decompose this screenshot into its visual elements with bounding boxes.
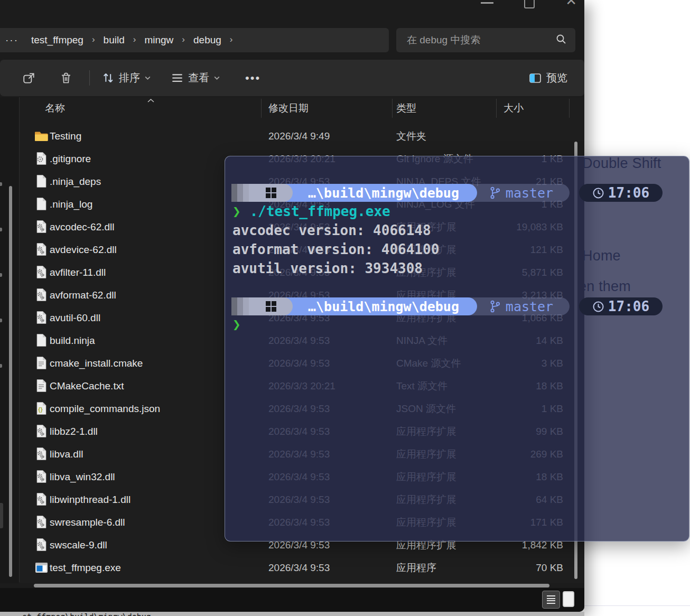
file-name: CMakeCache.txt: [50, 375, 124, 397]
breadcrumb-item-debug[interactable]: debug: [186, 34, 229, 46]
trash-icon: [60, 71, 72, 85]
navigation-pane-item-edge: [0, 503, 3, 528]
terminal-command: ./test_ffmpeg.exe: [250, 203, 390, 219]
view-button[interactable]: 查看: [171, 60, 220, 96]
dll-icon: [34, 242, 49, 257]
file-name: avfilter-11.dll: [50, 261, 106, 284]
file-name: libwinpthread-1.dll: [50, 488, 130, 511]
prompt-gradient-bars: [231, 184, 249, 202]
git-branch-icon: [490, 186, 500, 199]
file-name: libbz2-1.dll: [50, 420, 98, 443]
details-view-icon: [547, 594, 555, 605]
close-button[interactable]: ✕: [565, 0, 577, 7]
sort-label: 排序: [119, 71, 140, 85]
column-divider: [261, 99, 262, 118]
address-bar: ··· test_ffmpeg›build›mingw›debug› 在 deb…: [0, 25, 584, 56]
breadcrumb-ellipsis-button[interactable]: ···: [0, 34, 24, 46]
file-date: 2026/3/4 9:53: [268, 556, 330, 579]
column-header-type[interactable]: 类型: [396, 101, 416, 115]
windows-logo-segment: [249, 184, 293, 202]
column-divider: [569, 99, 570, 118]
search-box[interactable]: 在 debug 中搜索: [396, 28, 575, 52]
file-name: avdevice-62.dll: [50, 238, 117, 261]
chevron-down-icon: [213, 74, 220, 81]
windows-logo-segment: [249, 297, 293, 315]
share-button[interactable]: [22, 60, 36, 96]
file-name: avformat-62.dll: [50, 284, 116, 306]
breadcrumb-item-test_ffmpeg[interactable]: test_ffmpeg: [24, 34, 91, 46]
maximize-button[interactable]: [524, 0, 535, 8]
terminal-output-line: avutil version: 3934308: [232, 260, 423, 276]
breadcrumb-separator-icon[interactable]: ›: [229, 34, 234, 45]
breadcrumb-separator-icon[interactable]: ›: [132, 34, 137, 45]
file-name: libva_win32.dll: [50, 465, 115, 488]
dll-icon: [34, 288, 49, 302]
navigation-scrollbar[interactable]: [9, 186, 12, 577]
background-window-strip: st_ffmpeg\build\mingw\debug: [0, 612, 584, 616]
text-file-icon: [34, 379, 49, 393]
file-name: avutil-60.dll: [50, 306, 100, 329]
table-row[interactable]: test_ffmpeg.exe 2026/3/4 9:53 应用程序 70 KB: [0, 556, 584, 579]
more-options-button[interactable]: •••: [245, 60, 260, 96]
large-icons-view-toggle[interactable]: [563, 591, 574, 607]
table-row[interactable]: Testing 2026/3/4 9:49 文件夹: [0, 125, 584, 147]
prompt-clock-segment: 17:06: [579, 184, 663, 202]
git-branch-icon: [490, 300, 500, 313]
breadcrumb-item-build[interactable]: build: [96, 34, 132, 46]
gitignore-icon: [34, 152, 49, 166]
view-label: 查看: [188, 71, 209, 85]
file-icon: [34, 174, 49, 189]
file-name: compile_commands.json: [50, 397, 160, 420]
preview-toggle-button[interactable]: 预览: [528, 60, 567, 96]
dll-icon: [34, 424, 49, 438]
screen: Double Shift Home en them ✕ ··· test_ffm…: [0, 0, 690, 616]
clock-time: 17:06: [608, 298, 649, 314]
command-toolbar: 排序 查看 ••• 预览: [0, 60, 584, 96]
prompt-clock-segment: 17:06: [579, 297, 663, 315]
file-name: test_ffmpeg.exe: [50, 556, 121, 579]
breadcrumb-separator-icon[interactable]: ›: [91, 34, 96, 45]
dll-icon: [34, 447, 49, 461]
column-header-size[interactable]: 大小: [503, 101, 524, 115]
search-placeholder: 在 debug 中搜索: [396, 33, 555, 47]
delete-button[interactable]: [60, 60, 72, 96]
dll-icon: [34, 265, 49, 279]
column-header-date[interactable]: 修改日期: [268, 101, 309, 115]
file-name: Testing: [50, 125, 81, 147]
file-icon: [34, 333, 49, 348]
dll-icon: [34, 538, 49, 552]
breadcrumb[interactable]: ··· test_ffmpeg›build›mingw›debug›: [0, 28, 389, 52]
sort-button[interactable]: 排序: [101, 60, 151, 96]
chevron-down-icon: [144, 74, 151, 81]
details-view-toggle[interactable]: [542, 591, 560, 609]
file-name: .ninja_log: [50, 193, 92, 216]
terminal-window[interactable]: …\build\mingw\debug master 17:06 ❯./test…: [225, 156, 689, 542]
preview-label: 预览: [546, 71, 567, 85]
file-name: avcodec-62.dll: [50, 216, 115, 238]
file-type: 文件夹: [396, 125, 426, 147]
dll-icon: [34, 470, 49, 484]
dll-icon: [34, 311, 49, 325]
windows-logo-icon: [266, 301, 276, 312]
windows-logo-icon: [266, 188, 276, 198]
file-size: 70 KB: [491, 556, 563, 579]
clock-time: 17:06: [608, 185, 649, 201]
prompt-chevron: ❯: [232, 316, 241, 332]
title-bar: ✕: [0, 0, 584, 25]
column-divider: [496, 99, 497, 118]
horizontal-scrollbar[interactable]: [34, 584, 549, 587]
status-bar: [0, 588, 584, 612]
column-divider: [392, 99, 393, 118]
dll-icon: [34, 220, 49, 234]
minimize-button[interactable]: [481, 2, 493, 4]
column-header-name[interactable]: 名称: [45, 101, 65, 115]
background-divider-line: [584, 605, 690, 606]
dll-icon: [34, 515, 49, 529]
sort-ascending-icon: [147, 94, 155, 106]
file-type: 应用程序: [396, 556, 436, 579]
pane-divider: [19, 97, 20, 582]
breadcrumb-item-mingw[interactable]: mingw: [137, 34, 181, 46]
search-icon: [555, 33, 567, 47]
sort-icon: [101, 71, 115, 85]
breadcrumb-separator-icon[interactable]: ›: [181, 34, 186, 45]
